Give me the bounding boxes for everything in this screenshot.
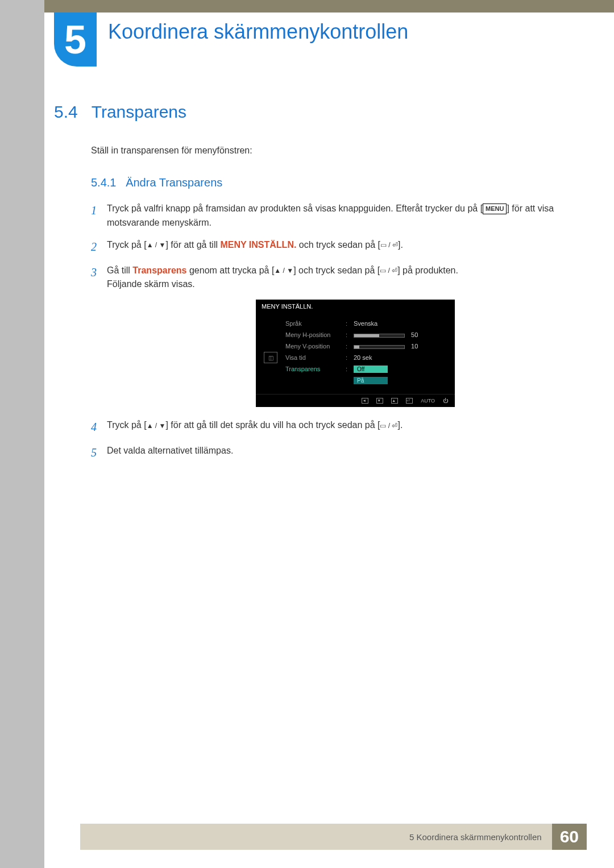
text: Följande skärm visas. bbox=[107, 279, 195, 289]
step-5: 5 Det valda alternativet tillämpas. bbox=[91, 444, 566, 462]
osd-panel: MENY INSTÄLLN. ◫ Språk : Svenska Meny H-… bbox=[256, 300, 455, 407]
colon: : bbox=[346, 331, 350, 338]
osd-label: Meny V-position bbox=[285, 343, 342, 350]
step-number: 5 bbox=[91, 444, 107, 462]
subsection-title: Ändra Transparens bbox=[126, 176, 222, 189]
enter-icon: ▭ / ⏎ bbox=[380, 265, 397, 276]
osd-left-col: ◫ bbox=[256, 313, 285, 391]
page-footer: 5 Koordinera skärmmenykontrollen 60 bbox=[80, 824, 587, 850]
step-3: 3 Gå till Transparens genom att trycka p… bbox=[91, 264, 566, 292]
text: ] och tryck sedan på [ bbox=[293, 265, 380, 275]
step-text: Tryck på [▲ / ▼] för att gå till det spr… bbox=[107, 418, 403, 436]
colon: : bbox=[346, 366, 350, 372]
text: ] för att gå till bbox=[165, 240, 220, 250]
dropdown-option-off: Off bbox=[354, 366, 388, 373]
content: 5.4 Transparens Ställ in transparensen f… bbox=[54, 102, 566, 470]
osd-value: På bbox=[354, 377, 449, 384]
osd-screenshot: MENY INSTÄLLN. ◫ Språk : Svenska Meny H-… bbox=[145, 300, 566, 407]
nav-up-icon: ▲ bbox=[391, 398, 398, 404]
slider-value: 50 bbox=[411, 331, 418, 338]
updown-icon: ▲ / ▼ bbox=[147, 240, 166, 251]
slider-fill bbox=[354, 346, 359, 348]
slider-bar bbox=[354, 334, 405, 338]
osd-value: Off bbox=[354, 366, 449, 373]
colon: : bbox=[346, 320, 350, 327]
section-number: 5.4 bbox=[54, 102, 78, 122]
chapter-number: 5 bbox=[64, 17, 86, 63]
colon: : bbox=[346, 343, 350, 350]
intro-text: Ställ in transparensen för menyfönstren: bbox=[91, 146, 566, 156]
osd-row-sprak: Språk : Svenska bbox=[285, 318, 449, 329]
osd-footer-icons: ◄ ▼ ▲ ⏎ AUTO ⏻ bbox=[256, 394, 455, 405]
text: ]. bbox=[398, 420, 403, 430]
nav-down-icon: ▼ bbox=[376, 398, 383, 404]
osd-label: Visa tid bbox=[285, 354, 342, 361]
text: ]. bbox=[398, 240, 403, 250]
text: Gå till bbox=[107, 265, 132, 275]
section-title: Transparens bbox=[92, 102, 186, 122]
osd-label-selected: Transparens bbox=[285, 366, 342, 372]
osd-body: ◫ Språk : Svenska Meny H-position : bbox=[256, 313, 455, 391]
osd-row-visa: Visa tid : 20 sek bbox=[285, 352, 449, 363]
footer-page-number: 60 bbox=[552, 824, 587, 850]
step-number: 1 bbox=[91, 202, 107, 230]
osd-value: Svenska bbox=[354, 320, 449, 327]
section-heading: 5.4 Transparens bbox=[54, 102, 566, 122]
enter-icon: ▭ / ⏎ bbox=[380, 421, 397, 431]
nav-left-icon: ◄ bbox=[362, 398, 368, 404]
colon: : bbox=[346, 354, 350, 361]
menu-button-icon: MENU bbox=[483, 203, 507, 214]
enter-icon: ▭ / ⏎ bbox=[380, 240, 398, 251]
step-2: 2 Tryck på [▲ / ▼] för att gå till MENY … bbox=[91, 238, 566, 256]
steps-list: 1 Tryck på valfri knapp på framsidan av … bbox=[91, 202, 566, 462]
osd-row-vpos: Meny V-position : 10 bbox=[285, 340, 449, 352]
sidebar-stripe bbox=[0, 0, 44, 868]
auto-label: AUTO bbox=[421, 398, 435, 404]
osd-row-transparens-opt2: På bbox=[285, 375, 449, 386]
osd-row-transparens: Transparens : Off bbox=[285, 363, 449, 375]
step-number: 3 bbox=[91, 264, 107, 292]
text: genom att trycka på [ bbox=[187, 265, 275, 275]
slider-bar bbox=[354, 345, 405, 349]
step-number: 2 bbox=[91, 238, 107, 256]
subsection-number: 5.4.1 bbox=[91, 176, 116, 189]
power-icon: ⏻ bbox=[443, 398, 448, 404]
step-1: 1 Tryck på valfri knapp på framsidan av … bbox=[91, 202, 566, 230]
step-text: Tryck på [▲ / ▼] för att gå till MENY IN… bbox=[107, 238, 403, 256]
osd-label: Språk bbox=[285, 320, 342, 327]
meny-installn-label: MENY INSTÄLLN. bbox=[220, 240, 296, 250]
osd-category-icon: ◫ bbox=[264, 352, 277, 363]
slider-fill bbox=[354, 334, 379, 337]
step-text: Gå till Transparens genom att trycka på … bbox=[107, 264, 458, 292]
slider-value: 10 bbox=[411, 343, 418, 350]
osd-value: 50 bbox=[354, 331, 449, 338]
osd-label: Meny H-position bbox=[285, 331, 342, 338]
top-stripe bbox=[44, 0, 614, 13]
chapter-title: Koordinera skärmmenykontrollen bbox=[108, 20, 408, 44]
text: ] för att gå till det språk du vill ha o… bbox=[165, 420, 380, 430]
osd-row-hpos: Meny H-position : 50 bbox=[285, 329, 449, 340]
step-number: 4 bbox=[91, 418, 107, 436]
osd-value: 10 bbox=[354, 343, 449, 350]
dropdown-option-on: På bbox=[354, 377, 388, 384]
footer-chapter-label: 5 Koordinera skärmmenykontrollen bbox=[80, 824, 552, 850]
subsection-heading: 5.4.1 Ändra Transparens bbox=[91, 176, 566, 189]
text: Tryck på [ bbox=[107, 420, 147, 430]
step-text: Det valda alternativet tillämpas. bbox=[107, 444, 233, 462]
updown-icon: ▲ / ▼ bbox=[274, 265, 293, 276]
text: Tryck på [ bbox=[107, 240, 147, 250]
step-text: Tryck på valfri knapp på framsidan av pr… bbox=[107, 202, 566, 230]
text: ] på produkten. bbox=[397, 265, 458, 275]
step-4: 4 Tryck på [▲ / ▼] för att gå till det s… bbox=[91, 418, 566, 436]
osd-right-col: Språk : Svenska Meny H-position : 50 bbox=[285, 313, 455, 391]
transparens-label: Transparens bbox=[132, 265, 186, 275]
updown-icon: ▲ / ▼ bbox=[147, 421, 166, 431]
osd-value: 20 sek bbox=[354, 354, 449, 361]
text: och tryck sedan på [ bbox=[296, 240, 380, 250]
nav-enter-icon: ⏎ bbox=[406, 398, 413, 404]
osd-title: MENY INSTÄLLN. bbox=[256, 300, 455, 313]
chapter-badge: 5 bbox=[54, 13, 97, 67]
text: Tryck på valfri knapp på framsidan av pr… bbox=[107, 203, 483, 213]
